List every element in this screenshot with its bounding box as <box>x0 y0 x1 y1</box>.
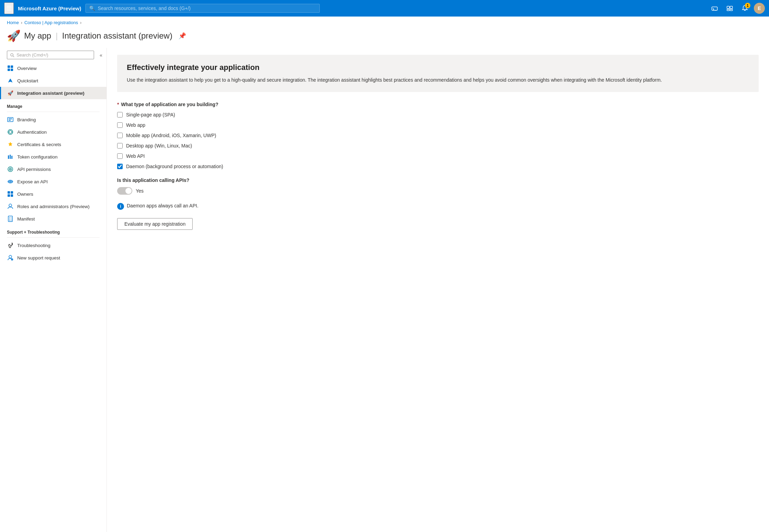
sidebar-collapse-button[interactable]: « <box>98 51 104 59</box>
svg-rect-5 <box>730 9 732 11</box>
sidebar-item-branding[interactable]: Branding <box>0 113 106 126</box>
checkbox-item-web-api[interactable]: Web API <box>117 153 759 159</box>
breadcrumb-home[interactable]: Home <box>7 20 19 25</box>
checkbox-web-app[interactable] <box>117 122 123 128</box>
manifest-icon <box>7 215 14 222</box>
sidebar-section-support: Support + Troubleshooting <box>0 225 106 236</box>
svg-rect-37 <box>9 219 10 219</box>
breadcrumb-app-registrations[interactable]: Contoso | App registrations <box>24 20 78 25</box>
hamburger-menu-button[interactable]: ☰ <box>4 2 14 14</box>
checkbox-item-daemon[interactable]: Daemon (background process or automation… <box>117 164 759 169</box>
main-layout: « Overview Quickstart <box>0 48 769 532</box>
required-star: * <box>117 102 119 107</box>
checkbox-mobile-app[interactable] <box>117 133 123 138</box>
cert-icon <box>7 141 14 148</box>
page-header: 🚀 My app | Integration assistant (previe… <box>0 27 769 48</box>
api-icon <box>7 166 14 173</box>
checkbox-item-web-app[interactable]: Web app <box>117 122 759 128</box>
topbar: ☰ Microsoft Azure (Preview) 🔍 <box>0 0 769 17</box>
support-icon <box>7 254 14 261</box>
checkbox-item-mobile-app[interactable]: Mobile app (Android, iOS, Xamarin, UWP) <box>117 133 759 138</box>
sidebar-search-icon <box>10 53 14 58</box>
checkbox-item-desktop-app[interactable]: Desktop app (Win, Linux, Mac) <box>117 143 759 149</box>
user-avatar-button[interactable]: E <box>754 3 765 14</box>
sidebar-item-manifest[interactable]: Manifest <box>0 213 106 225</box>
sidebar-quickstart-label: Quickstart <box>17 78 38 83</box>
expose-icon <box>7 178 14 185</box>
svg-rect-3 <box>730 6 732 9</box>
checkbox-item-spa[interactable]: Single-page app (SPA) <box>117 112 759 117</box>
svg-point-16 <box>9 131 12 133</box>
sidebar-search-input[interactable] <box>17 52 91 58</box>
sidebar-item-quickstart[interactable]: Quickstart <box>0 74 106 87</box>
svg-rect-10 <box>8 69 10 71</box>
checkbox-spa-label: Single-page app (SPA) <box>126 112 175 117</box>
app-title: Microsoft Azure (Preview) <box>18 6 81 11</box>
sidebar-new-support-label: New support request <box>17 255 60 260</box>
sidebar-item-roles[interactable]: Roles and administrators (Preview) <box>0 200 106 213</box>
svg-point-6 <box>11 53 13 56</box>
page-rocket-icon: 🚀 <box>7 29 21 42</box>
svg-rect-20 <box>10 155 11 159</box>
sidebar-branding-label: Branding <box>17 117 36 122</box>
app-type-form-section: * What type of application are you build… <box>117 102 759 169</box>
svg-rect-11 <box>11 69 13 71</box>
page-subtitle: Integration assistant (preview) <box>62 31 172 40</box>
svg-rect-19 <box>8 155 9 159</box>
svg-rect-2 <box>727 6 729 9</box>
sidebar-integration-label: Integration assistant (preview) <box>17 91 84 96</box>
search-icon: 🔍 <box>89 6 95 11</box>
api-calling-label: Is this application calling APIs? <box>117 177 759 183</box>
sidebar-item-troubleshooting[interactable]: Troubleshooting <box>0 239 106 252</box>
sidebar-item-overview[interactable]: Overview <box>0 62 106 74</box>
checkbox-daemon[interactable] <box>117 164 123 169</box>
global-search-input[interactable] <box>98 6 316 11</box>
sidebar-overview-label: Overview <box>17 66 37 71</box>
sidebar-manifest-label: Manifest <box>17 216 35 222</box>
main-content: Effectively integrate your application U… <box>107 48 769 532</box>
sidebar: « Overview Quickstart <box>0 48 107 532</box>
sidebar-item-new-support[interactable]: New support request <box>0 252 106 264</box>
sidebar-section-manage: Manage <box>0 99 106 110</box>
topbar-icons: 1 E <box>708 2 765 14</box>
sidebar-item-token-config[interactable]: Token configuration <box>0 151 106 163</box>
pin-icon[interactable]: 📌 <box>178 32 186 40</box>
sidebar-item-expose-api[interactable]: Expose an API <box>0 175 106 188</box>
quickstart-icon <box>7 77 14 84</box>
svg-line-7 <box>13 56 14 57</box>
global-search-box[interactable]: 🔍 <box>85 4 320 13</box>
svg-point-44 <box>12 260 12 260</box>
notifications-button[interactable]: 1 <box>739 2 751 14</box>
checkbox-web-app-label: Web app <box>126 122 145 128</box>
sidebar-roles-label: Roles and administrators (Preview) <box>17 204 90 209</box>
sidebar-item-certificates[interactable]: Certificates & secrets <box>0 138 106 151</box>
svg-point-41 <box>9 255 12 258</box>
grid-icon <box>7 65 14 72</box>
checkbox-spa[interactable] <box>117 112 123 117</box>
api-calling-toggle[interactable] <box>117 187 132 195</box>
svg-point-24 <box>10 169 11 170</box>
cloud-shell-icon <box>711 5 718 12</box>
sidebar-item-owners[interactable]: Owners <box>0 188 106 200</box>
sidebar-search-box[interactable] <box>7 51 94 59</box>
svg-rect-31 <box>8 194 10 197</box>
sidebar-authentication-label: Authentication <box>17 130 47 135</box>
checkbox-web-api[interactable] <box>117 153 123 159</box>
svg-rect-29 <box>8 191 10 194</box>
sidebar-item-api-permissions[interactable]: API permissions <box>0 163 106 175</box>
sidebar-certificates-label: Certificates & secrets <box>17 142 61 147</box>
page-app-name: My app <box>24 31 51 40</box>
directory-button[interactable] <box>724 2 736 14</box>
sidebar-item-authentication[interactable]: Authentication <box>0 126 106 138</box>
svg-rect-34 <box>8 216 12 222</box>
sidebar-item-integration-assistant[interactable]: 🚀 Integration assistant (preview) <box>0 87 106 99</box>
svg-rect-4 <box>727 9 729 11</box>
evaluate-button[interactable]: Evaluate my app registration <box>117 218 193 230</box>
checkbox-web-api-label: Web API <box>126 153 145 159</box>
svg-rect-9 <box>11 65 13 68</box>
svg-rect-21 <box>11 156 12 159</box>
cloud-shell-button[interactable] <box>708 2 721 14</box>
checkbox-desktop-app[interactable] <box>117 143 123 149</box>
sidebar-token-config-label: Token configuration <box>17 154 58 160</box>
svg-point-33 <box>9 204 12 207</box>
